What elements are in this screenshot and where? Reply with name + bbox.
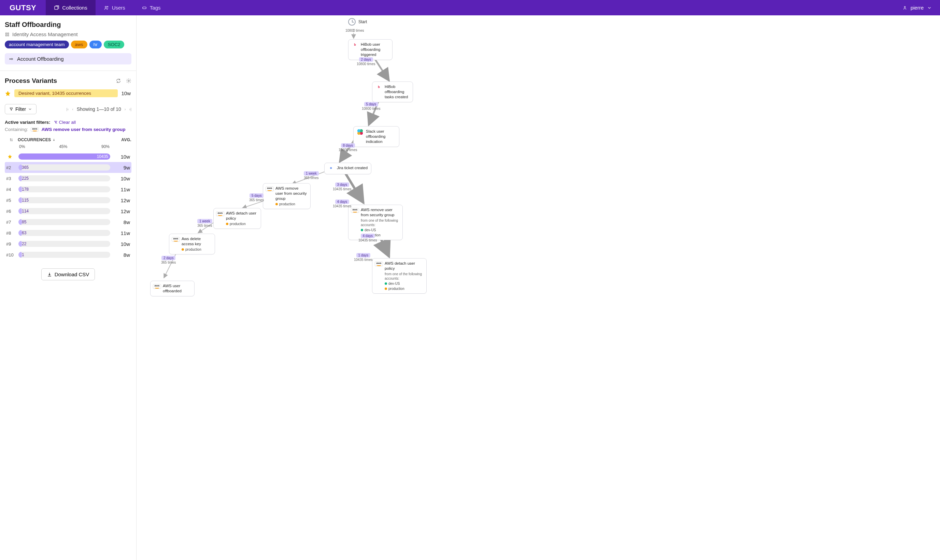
nav-tab-tags[interactable]: Tags xyxy=(133,0,169,15)
hibob-icon: b xyxy=(352,42,358,48)
tag[interactable]: account management team xyxy=(5,41,69,48)
tags-icon xyxy=(142,5,147,11)
nav-tab-users[interactable]: Users xyxy=(96,0,133,15)
clear-all-label: Clear all xyxy=(59,120,76,125)
variant-row[interactable]: #92210w xyxy=(5,238,131,249)
desired-label: Desired variant, 10435 occurrences xyxy=(14,89,118,97)
aws-icon: aws xyxy=(267,186,273,192)
path-selector[interactable]: Account Offboarding xyxy=(5,53,131,65)
variant-row[interactable]: #322510w xyxy=(5,173,131,184)
svg-rect-0 xyxy=(55,6,58,9)
page-next[interactable]: › xyxy=(125,107,126,111)
sort-desc-icon xyxy=(52,138,56,142)
page-last[interactable]: ›| xyxy=(129,107,131,111)
variant-row[interactable]: #1018w xyxy=(5,249,131,260)
page-title: Staff Offboarding xyxy=(5,21,131,29)
svg-point-2 xyxy=(107,6,108,7)
node-title: AWS detach user policy xyxy=(385,261,423,271)
page-first[interactable]: |‹ xyxy=(66,107,69,111)
gear-icon[interactable] xyxy=(126,78,131,83)
variant-row[interactable]: 1043510w xyxy=(5,151,131,162)
node-account: dev-US xyxy=(364,228,376,232)
node-title: HiBob user offboarding triggered xyxy=(361,42,389,57)
tag[interactable]: hr xyxy=(90,41,102,48)
edge-label: 5 days10800 times xyxy=(362,102,380,111)
edge-label: 4 days10435 times xyxy=(333,200,351,208)
flow-node-slack[interactable]: Slack user offboarding indication xyxy=(353,126,399,147)
svg-rect-10 xyxy=(11,58,12,60)
edge-label: 3 days10435 times xyxy=(333,183,351,191)
node-account: production xyxy=(230,222,246,226)
download-label: Download CSV xyxy=(55,271,90,277)
node-title: AWS remove user from security group xyxy=(361,207,399,218)
flow-edges xyxy=(137,15,940,560)
path-icon xyxy=(9,57,14,62)
svg-rect-8 xyxy=(8,35,9,36)
collections-icon xyxy=(54,5,59,11)
node-title: AWS user offboarded xyxy=(163,283,191,294)
chevron-down-icon xyxy=(927,5,932,10)
variants-table-header: OCCURRENCES AVG. xyxy=(5,137,131,142)
category-label: Identity Access Management xyxy=(12,31,78,37)
download-icon xyxy=(47,272,52,277)
col-occurrences[interactable]: OCCURRENCES xyxy=(18,137,51,142)
variant-row[interactable]: #86311w xyxy=(5,228,131,238)
edge-label: 1 week365 times xyxy=(304,171,319,180)
pagination-text: Showing 1—10 of 10 xyxy=(77,106,121,112)
scale-tick: 45% xyxy=(59,144,67,149)
chevron-down-icon xyxy=(28,107,32,111)
refresh-icon[interactable] xyxy=(116,78,121,83)
flow-canvas[interactable]: Start 10800 times b HiBob user offboardi… xyxy=(137,15,940,560)
edge-label: 10800 times xyxy=(346,28,364,32)
svg-rect-6 xyxy=(8,33,9,34)
node-account: dev-US xyxy=(388,282,400,286)
nav-tabs: Collections Users Tags xyxy=(46,0,168,15)
username: pierre xyxy=(911,5,924,11)
nav-tab-collections[interactable]: Collections xyxy=(46,0,95,15)
containing-value: AWS remove user from security group xyxy=(41,127,125,132)
sort-icon[interactable] xyxy=(9,138,13,142)
variant-row[interactable]: #417811w xyxy=(5,184,131,195)
tag-list: account management teamawshrSOC2 xyxy=(5,41,131,48)
flow-node-aws-deletekey[interactable]: aws Aws delete access key production xyxy=(169,234,215,254)
flow-node-aws-remove-left[interactable]: aws AWS remove user from security group … xyxy=(263,183,310,209)
tag[interactable]: aws xyxy=(71,41,87,48)
top-nav: GUTSY Collections Users Tags pierre xyxy=(0,0,940,15)
col-avg[interactable]: AVG. xyxy=(111,137,131,142)
flow-node-aws-detach-right[interactable]: aws AWS detach user policy from one of t… xyxy=(372,258,427,294)
category: Identity Access Management xyxy=(5,31,131,37)
variant-row[interactable]: #7858w xyxy=(5,217,131,228)
svg-rect-7 xyxy=(5,35,7,36)
user-menu[interactable]: pierre xyxy=(894,5,940,11)
variant-row[interactable]: #23659w xyxy=(5,162,131,173)
star-icon xyxy=(5,91,11,97)
download-csv-button[interactable]: Download CSV xyxy=(41,268,95,280)
variant-row[interactable]: #511512w xyxy=(5,195,131,206)
start-label: Start xyxy=(358,20,367,24)
flow-node-hibob-tasks[interactable]: b HiBob offboarding tasks created xyxy=(372,82,413,102)
aws-icon: aws xyxy=(376,261,382,267)
filter-button[interactable]: Filter xyxy=(5,104,37,114)
variants-title: Process Variants xyxy=(5,77,57,85)
flow-node-jira[interactable]: ✦ Jira ticket created xyxy=(324,163,371,174)
active-filters-label: Active variant filters: xyxy=(5,120,51,125)
svg-rect-5 xyxy=(5,33,7,34)
tag[interactable]: SOC2 xyxy=(104,41,125,48)
node-account: production xyxy=(279,202,295,206)
edge-label: 2 days10800 times xyxy=(357,57,375,66)
page-prev[interactable]: ‹ xyxy=(72,107,73,111)
flow-node-aws-detach-left[interactable]: aws AWS detach user policy production xyxy=(213,208,261,229)
pagination: |‹ ‹ Showing 1—10 of 10 › ›| xyxy=(66,106,131,112)
nav-tab-label: Collections xyxy=(62,5,87,11)
svg-point-4 xyxy=(904,6,906,8)
desired-variant[interactable]: Desired variant, 10435 occurrences 10w xyxy=(5,89,131,97)
flow-node-hibob-triggered[interactable]: b HiBob user offboarding triggered xyxy=(348,39,392,60)
edge-label: 8 days10800 times xyxy=(339,143,357,152)
svg-point-11 xyxy=(128,80,130,82)
edge-label: 5 days365 times xyxy=(249,193,264,202)
nav-tab-label: Tags xyxy=(150,5,161,11)
variant-row[interactable]: #611412w xyxy=(5,206,131,217)
flow-node-aws-offboarded[interactable]: aws AWS user offboarded xyxy=(150,281,194,296)
desired-avg: 10w xyxy=(121,91,131,96)
clear-all-link[interactable]: Clear all xyxy=(54,120,76,125)
